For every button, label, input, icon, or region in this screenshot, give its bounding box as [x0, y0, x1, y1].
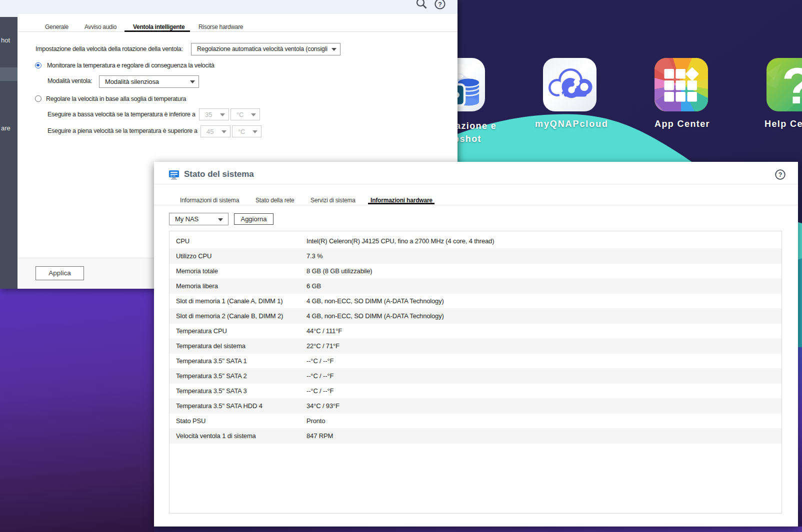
svg-text:?: ?	[782, 58, 802, 111]
svg-text:?: ?	[778, 171, 782, 178]
svg-text:?: ?	[438, 0, 442, 8]
